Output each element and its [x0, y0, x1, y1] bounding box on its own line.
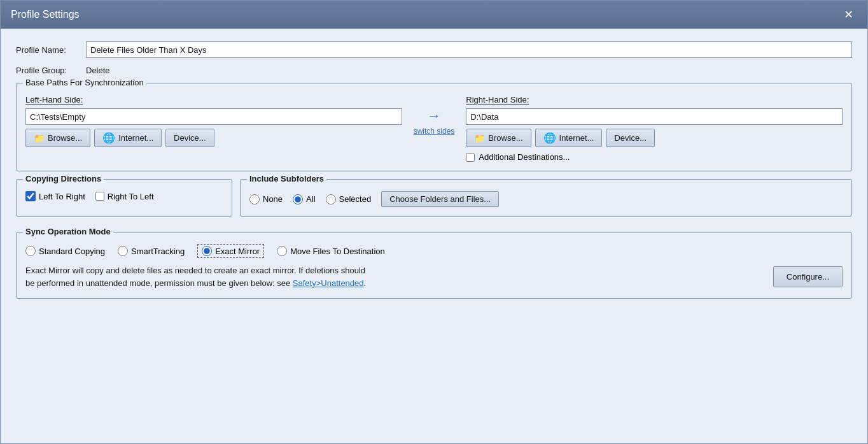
include-subfolders-row: None All Selected Choose Folders and Fil…: [249, 191, 843, 207]
globe-icon-rhs: 🌐: [543, 132, 556, 144]
base-paths-legend: Base Paths For Synchronization: [23, 78, 146, 87]
info-text3: .: [364, 278, 367, 288]
additional-destinations-checkbox[interactable]: [466, 153, 475, 162]
exact-mirror-radio[interactable]: [202, 246, 212, 256]
additional-destinations-row: Additional Destinations...: [466, 152, 843, 162]
configure-button[interactable]: Configure...: [773, 266, 843, 287]
include-subfolders-legend: Include Subfolders: [247, 174, 326, 183]
sync-operation-mode-group: Sync Operation Mode Standard Copying Sma…: [16, 232, 852, 299]
choose-folders-button[interactable]: Choose Folders and Files...: [381, 191, 499, 207]
lhs-browse-label: Browse...: [48, 133, 82, 143]
include-subfolders-group: Include Subfolders None All Selected: [240, 179, 852, 217]
close-button[interactable]: ✕: [840, 8, 857, 22]
profile-group-label: Profile Group:: [16, 66, 86, 75]
configure-label: Configure...: [787, 272, 829, 282]
lhs-browse-button[interactable]: 📁 Browse...: [25, 129, 90, 147]
all-radio[interactable]: [293, 194, 303, 204]
left-to-right-checkbox[interactable]: [25, 191, 36, 201]
lhs-device-label: Device...: [174, 133, 206, 143]
left-to-right-label: Left To Right: [39, 192, 85, 201]
choose-folders-label: Choose Folders and Files...: [389, 194, 491, 204]
switch-sides-link[interactable]: switch sides: [414, 127, 455, 137]
selected-label: Selected: [339, 194, 372, 204]
arrow-right-icon: →: [427, 108, 441, 124]
rhs-browse-label: Browse...: [488, 133, 522, 143]
rhs-device-button[interactable]: Device...: [606, 129, 655, 147]
none-radio-item[interactable]: None: [249, 194, 283, 204]
rhs-path-input[interactable]: [466, 108, 843, 125]
right-to-left-checkbox[interactable]: [95, 192, 104, 201]
lhs-device-button[interactable]: Device...: [165, 129, 214, 147]
copying-directions-legend: Copying Directions: [23, 174, 104, 183]
smarttracking-radio[interactable]: [118, 246, 128, 256]
folder-icon-rhs: 📁: [474, 133, 485, 143]
rhs-internet-label: Internet...: [559, 133, 594, 143]
sync-mode-legend: Sync Operation Mode: [23, 227, 113, 236]
lhs-section: Left-Hand Side: 📁 Browse... 🌐 Internet..…: [25, 95, 402, 147]
profile-group-value: Delete: [86, 66, 110, 75]
lhs-label: Left-Hand Side:: [25, 95, 402, 104]
base-paths-content: Left-Hand Side: 📁 Browse... 🌐 Internet..…: [25, 95, 843, 162]
profile-group-row: Profile Group: Delete: [16, 66, 852, 75]
rhs-internet-button[interactable]: 🌐 Internet...: [535, 129, 603, 147]
base-paths-group: Base Paths For Synchronization Left-Hand…: [16, 83, 852, 171]
lhs-path-input[interactable]: [25, 108, 402, 125]
smarttracking-item[interactable]: SmartTracking: [118, 246, 185, 256]
info-text2: be performed in unattended mode, permiss…: [25, 278, 293, 288]
content-area: Profile Name: Profile Group: Delete Base…: [1, 29, 867, 443]
right-to-left-item[interactable]: Right To Left: [95, 192, 154, 201]
all-radio-item[interactable]: All: [293, 194, 315, 204]
lhs-internet-button[interactable]: 🌐 Internet...: [94, 129, 162, 147]
smarttracking-label: SmartTracking: [131, 247, 185, 256]
none-label: None: [263, 194, 283, 204]
exact-mirror-item[interactable]: Exact Mirror: [197, 244, 264, 258]
exact-mirror-label: Exact Mirror: [215, 247, 260, 256]
safety-unattended-link[interactable]: Safety>Unattended: [293, 278, 364, 288]
standard-copying-item[interactable]: Standard Copying: [25, 246, 105, 256]
info-text1: Exact Mirror will copy and delete files …: [25, 266, 365, 275]
additional-destinations-label: Additional Destinations...: [479, 152, 570, 162]
selected-radio[interactable]: [326, 194, 336, 204]
standard-copying-label: Standard Copying: [39, 247, 105, 256]
all-label: All: [306, 194, 315, 204]
info-section: Exact Mirror will copy and delete files …: [25, 264, 843, 289]
standard-copying-radio[interactable]: [25, 246, 36, 256]
profile-name-input[interactable]: [86, 41, 852, 58]
rhs-label: Right-Hand Side:: [466, 95, 843, 104]
move-files-radio[interactable]: [277, 246, 287, 256]
copying-directions-group: Copying Directions Left To Right Right T…: [16, 179, 232, 217]
none-radio[interactable]: [249, 194, 260, 204]
info-text-block: Exact Mirror will copy and delete files …: [25, 264, 763, 289]
right-to-left-label: Right To Left: [108, 192, 154, 201]
rhs-device-label: Device...: [614, 133, 647, 143]
folder-icon: 📁: [34, 133, 45, 143]
globe-icon: 🌐: [102, 132, 115, 144]
arrow-switch-area: → switch sides: [402, 108, 466, 137]
left-to-right-item[interactable]: Left To Right: [25, 191, 85, 201]
bottom-groups: Copying Directions Left To Right Right T…: [16, 179, 852, 224]
title-bar: Profile Settings ✕: [1, 1, 867, 29]
lhs-internet-label: Internet...: [118, 133, 153, 143]
window-title: Profile Settings: [11, 9, 80, 20]
move-files-item[interactable]: Move Files To Destination: [277, 246, 385, 256]
lhs-btn-row: 📁 Browse... 🌐 Internet... Device...: [25, 129, 402, 147]
copying-directions-row: Left To Right Right To Left: [25, 191, 223, 201]
rhs-section: Right-Hand Side: 📁 Browse... 🌐 Internet.…: [466, 95, 843, 162]
move-files-label: Move Files To Destination: [290, 247, 385, 256]
selected-radio-item[interactable]: Selected: [326, 194, 372, 204]
rhs-browse-button[interactable]: 📁 Browse...: [466, 129, 531, 147]
profile-name-row: Profile Name:: [16, 41, 852, 58]
profile-name-label: Profile Name:: [16, 45, 86, 55]
sync-mode-row: Standard Copying SmartTracking Exact Mir…: [25, 244, 843, 258]
profile-settings-window: Profile Settings ✕ Profile Name: Profile…: [0, 0, 868, 444]
rhs-btn-row: 📁 Browse... 🌐 Internet... Device...: [466, 129, 843, 147]
